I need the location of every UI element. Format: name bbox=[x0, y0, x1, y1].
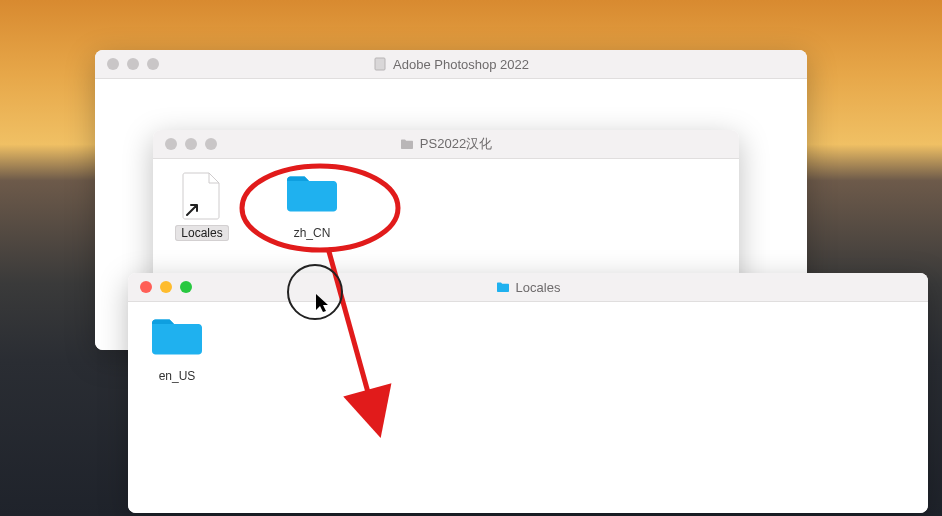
close-button[interactable] bbox=[107, 58, 119, 70]
desktop-background: Adobe Photoshop 2022 PS2022汉化 bbox=[0, 0, 942, 516]
folder-label: zh_CN bbox=[288, 225, 337, 241]
close-button[interactable] bbox=[140, 281, 152, 293]
minimize-button[interactable] bbox=[185, 138, 197, 150]
close-button[interactable] bbox=[165, 138, 177, 150]
folder-icon bbox=[149, 314, 205, 362]
minimize-button[interactable] bbox=[160, 281, 172, 293]
traffic-lights bbox=[165, 138, 217, 150]
app-icon bbox=[373, 57, 387, 71]
folder-icon bbox=[496, 281, 510, 293]
window-locales[interactable]: Locales en_US bbox=[128, 273, 928, 513]
window-content[interactable]: en_US bbox=[128, 302, 928, 513]
window-title-text: Locales bbox=[516, 280, 561, 295]
traffic-lights bbox=[107, 58, 159, 70]
minimize-button[interactable] bbox=[127, 58, 139, 70]
folder-label: en_US bbox=[153, 368, 202, 384]
window-title-text: Adobe Photoshop 2022 bbox=[393, 57, 529, 72]
maximize-button[interactable] bbox=[180, 281, 192, 293]
maximize-button[interactable] bbox=[205, 138, 217, 150]
folder-icon bbox=[284, 171, 340, 219]
titlebar[interactable]: Locales bbox=[128, 273, 928, 302]
icon-grid: Locales zh_CN bbox=[153, 159, 739, 253]
traffic-lights bbox=[140, 281, 192, 293]
window-title: Locales bbox=[128, 273, 928, 301]
file-label: Locales bbox=[175, 225, 228, 241]
titlebar[interactable]: Adobe Photoshop 2022 bbox=[95, 50, 807, 79]
alias-file-icon bbox=[174, 171, 230, 219]
window-title-text: PS2022汉化 bbox=[420, 135, 492, 153]
window-title: Adobe Photoshop 2022 bbox=[95, 50, 807, 78]
folder-icon bbox=[400, 138, 414, 150]
window-title: PS2022汉化 bbox=[153, 130, 739, 158]
file-item-locales-alias[interactable]: Locales bbox=[163, 171, 241, 241]
maximize-button[interactable] bbox=[147, 58, 159, 70]
folder-item-en-us[interactable]: en_US bbox=[138, 314, 216, 384]
folder-item-zh-cn[interactable]: zh_CN bbox=[273, 171, 351, 241]
svg-rect-0 bbox=[375, 58, 385, 70]
icon-grid: en_US bbox=[128, 302, 928, 396]
titlebar[interactable]: PS2022汉化 bbox=[153, 130, 739, 159]
